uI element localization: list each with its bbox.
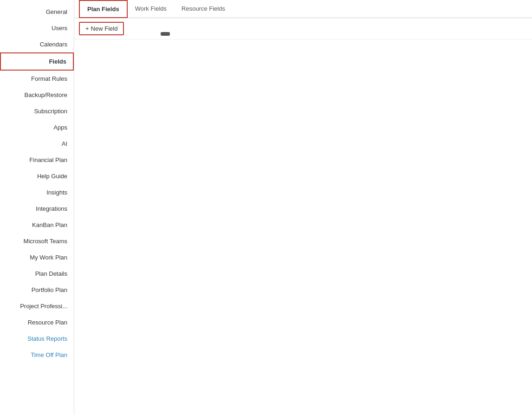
sidebar-item-my-work-plan[interactable]: My Work Plan	[0, 249, 74, 266]
tab-bar: Plan FieldsWork FieldsResource Fields	[74, 0, 532, 18]
new-field-label: New Field	[91, 25, 118, 32]
sidebar-item-backup-restore[interactable]: Backup/Restore	[0, 87, 74, 103]
sidebar-item-calendars[interactable]: Calendars	[0, 36, 74, 52]
sidebar-item-resource-plan[interactable]: Resource Plan	[0, 314, 74, 331]
sidebar-item-time-off-plan[interactable]: Time Off Plan	[0, 347, 74, 363]
tab-work-fields[interactable]: Work Fields	[128, 0, 174, 18]
sidebar-item-insights[interactable]: Insights	[0, 184, 74, 201]
sidebar-item-integrations[interactable]: Integrations	[0, 201, 74, 217]
sidebar-item-apps[interactable]: Apps	[0, 119, 74, 136]
sidebar-item-fields[interactable]: Fields	[0, 52, 74, 71]
new-field-button[interactable]: + New Field	[79, 22, 124, 35]
sidebar-item-status-reports[interactable]: Status Reports	[0, 331, 74, 347]
sidebar-item-ai[interactable]: AI	[0, 136, 74, 152]
sidebar: GeneralUsersCalendarsFieldsFormat RulesB…	[0, 0, 74, 415]
sidebar-item-kanban-plan[interactable]: KanBan Plan	[0, 217, 74, 233]
sidebar-item-portfolio-plan[interactable]: Portfolio Plan	[0, 282, 74, 298]
sidebar-item-project-professi[interactable]: Project Professi...	[0, 298, 74, 314]
tab-resource-fields[interactable]: Resource Fields	[174, 0, 233, 18]
sidebar-item-subscription[interactable]: Subscription	[0, 103, 74, 119]
sidebar-item-format-rules[interactable]: Format Rules	[0, 71, 74, 87]
plus-icon: +	[85, 25, 89, 32]
sidebar-item-general[interactable]: General	[0, 4, 74, 20]
main-content: Plan FieldsWork FieldsResource Fields + …	[74, 0, 532, 415]
sidebar-item-plan-details[interactable]: Plan Details	[0, 266, 74, 282]
sidebar-item-financial-plan[interactable]: Financial Plan	[0, 152, 74, 168]
tab-plan-fields[interactable]: Plan Fields	[79, 0, 128, 18]
fields-table-container	[74, 39, 532, 415]
sidebar-item-microsoft-teams[interactable]: Microsoft Teams	[0, 233, 74, 249]
toolbar: + New Field	[74, 18, 532, 39]
sidebar-item-users[interactable]: Users	[0, 20, 74, 36]
sidebar-item-help-guide[interactable]: Help Guide	[0, 168, 74, 184]
new-field-tooltip	[161, 32, 170, 36]
